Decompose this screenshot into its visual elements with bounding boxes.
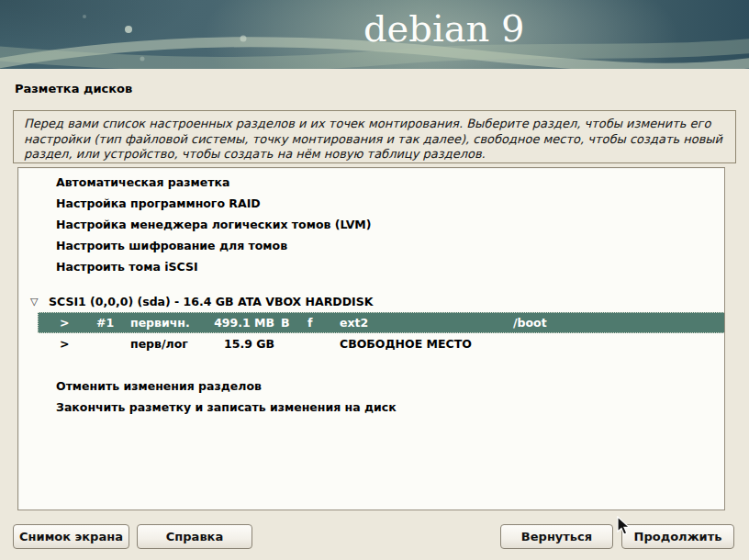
row-arrow: >: [60, 337, 69, 352]
partition-row-boot[interactable]: > #1 первичн. 499.1 MB B f ext2 /boot: [38, 312, 725, 333]
partition-type: перв/лог: [130, 337, 188, 352]
filesystem: СВОБОДНОЕ МЕСТО: [340, 337, 472, 352]
debian-installer-window: debian 9 Разметка дисков Перед вами спис…: [0, 0, 749, 560]
expander-triangle-icon[interactable]: ▽: [30, 291, 38, 312]
help-button[interactable]: Справка: [137, 524, 252, 549]
instructions-text: Перед вами список настроенных разделов и…: [24, 117, 725, 162]
mount-point: /boot: [513, 316, 547, 330]
list-item-undo-changes[interactable]: Отменить изменения разделов: [18, 375, 724, 397]
disk-label: SCSI1 (0,0,0) (sda) - 16.4 GB ATA VBOX H…: [49, 291, 373, 312]
partition-type: первичн.: [130, 316, 190, 330]
disk-header-row[interactable]: ▽ SCSI1 (0,0,0) (sda) - 16.4 GB ATA VBOX…: [18, 291, 724, 312]
list-item-finish-partitioning[interactable]: Закончить разметку и записать изменения …: [18, 397, 724, 418]
filesystem: ext2: [340, 316, 368, 330]
list-item-lvm[interactable]: Настройка менеджера логических томов (LV…: [18, 214, 724, 235]
list-item-encrypted-volumes[interactable]: Настроить шифрование для томов: [18, 235, 724, 256]
partition-row-free-space[interactable]: > перв/лог 15.9 GB СВОБОДНОЕ МЕСТО: [38, 333, 725, 354]
instructions-box: Перед вами список настроенных разделов и…: [13, 110, 736, 163]
bootable-flag: B: [281, 316, 290, 330]
banner: debian 9: [0, 0, 749, 69]
format-flag: f: [307, 316, 312, 330]
screenshot-button[interactable]: Снимок экрана: [13, 524, 129, 549]
partition-size: 499.1 MB: [185, 316, 274, 330]
page-title: Разметка дисков: [15, 82, 132, 95]
list-item-iscsi[interactable]: Настроить тома iSCSI: [18, 256, 724, 277]
row-arrow: >: [60, 316, 69, 330]
partition-number: #1: [96, 316, 114, 330]
partition-size: 15.9 GB: [185, 337, 274, 352]
debian-logo: debian 9: [363, 7, 524, 50]
spacer: [18, 354, 724, 375]
continue-button[interactable]: Продолжить: [621, 524, 734, 549]
list-item-software-raid[interactable]: Настройка программного RAID: [18, 193, 724, 214]
spacer: [18, 277, 724, 291]
partition-list[interactable]: Автоматическая разметка Настройка програ…: [17, 167, 725, 510]
back-button[interactable]: Вернуться: [500, 524, 613, 549]
list-item-auto-partition[interactable]: Автоматическая разметка: [18, 172, 724, 193]
